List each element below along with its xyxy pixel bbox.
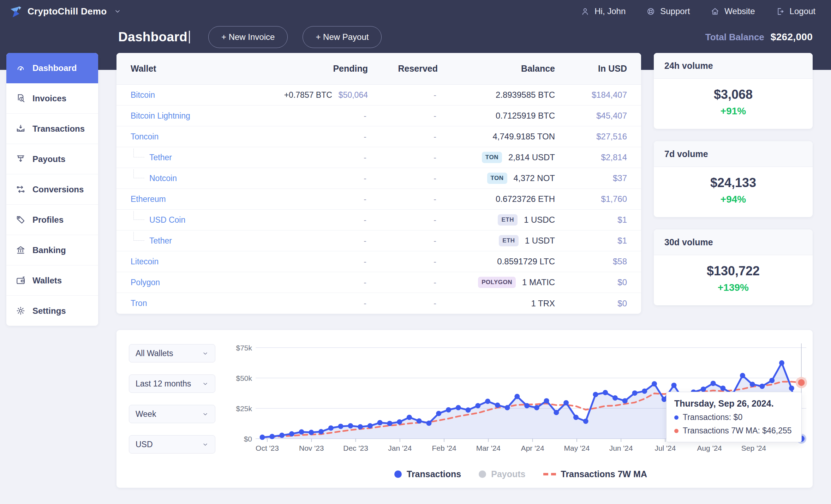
top-nav-item[interactable]: Support	[646, 6, 690, 16]
wallet-link[interactable]: Tether	[149, 236, 172, 246]
svg-text:$50k: $50k	[236, 374, 252, 382]
balance-cell: ETH 1 USDT	[438, 235, 555, 246]
usd-cell: $45,407	[555, 111, 627, 121]
svg-text:$75k: $75k	[236, 344, 252, 352]
cryptochill-logo-icon	[8, 4, 23, 19]
table-row: Bitcoin Lightning - - 0.7125919 BTC $45,…	[116, 106, 641, 126]
new-action-button[interactable]: + New Payout	[303, 26, 382, 48]
balance-value: 1 USDT	[525, 236, 555, 246]
brand-switcher[interactable]: CryptoChill Demo	[8, 4, 121, 19]
wallet-link[interactable]: Notcoin	[149, 174, 177, 183]
pending-cell: +0.7857 BTC $50,064	[251, 90, 368, 100]
wallet-link[interactable]: USD Coin	[149, 215, 185, 225]
chart-filter-select[interactable]: USD	[129, 435, 215, 454]
chevron-down-icon	[202, 441, 209, 448]
sidebar-item[interactable]: Payouts	[6, 144, 98, 174]
sidebar-item[interactable]: Profiles	[6, 205, 98, 235]
chain-badge: ETH	[498, 214, 518, 226]
chevron-down-icon	[202, 350, 209, 357]
usd-value: $184,407	[592, 90, 627, 100]
wallet-link[interactable]: Tether	[149, 153, 172, 162]
reserved-cell: -	[368, 278, 438, 287]
svg-text:Oct '23: Oct '23	[256, 444, 279, 452]
sidebar-item-icon	[16, 184, 26, 194]
chart-filter-select[interactable]: All Wallets	[129, 344, 215, 362]
sidebar-item[interactable]: Banking	[6, 235, 98, 265]
reserved-empty-dash: -	[434, 111, 438, 121]
balance-cell: 4,749.9185 TON	[438, 132, 555, 142]
usd-value: $1,760	[601, 194, 627, 204]
sidebar-item[interactable]: Transactions	[6, 114, 98, 144]
reserved-cell: -	[368, 299, 438, 308]
top-nav-item[interactable]: Hi, John	[580, 6, 626, 16]
table-row: Tether - - ETH 1 USDT $1	[116, 230, 641, 251]
usd-cell: $1,760	[555, 194, 627, 204]
tree-connector	[133, 232, 144, 241]
wallet-link[interactable]: Bitcoin	[131, 90, 155, 100]
reserved-empty-dash: -	[434, 153, 438, 162]
balance-cell: 2.8939585 BTC	[438, 90, 555, 100]
sidebar-item[interactable]: Settings	[6, 296, 98, 326]
tree-connector	[133, 211, 144, 220]
nav-icon	[580, 7, 590, 16]
volume-change-badge: +91%	[654, 106, 813, 117]
usd-value: $1	[617, 215, 627, 225]
sidebar-item[interactable]: Conversions	[6, 174, 98, 205]
sidebar-item[interactable]: Dashboard	[6, 53, 98, 83]
table-row: Litecoin - - 0.8591729 LTC $58	[116, 251, 641, 272]
reserved-empty-dash: -	[434, 236, 438, 246]
usd-cell: $0	[555, 299, 627, 308]
table-row: Bitcoin +0.7857 BTC $50,064 - 2.8939585 …	[116, 85, 641, 106]
svg-text:Jan '24: Jan '24	[388, 444, 412, 452]
col-pending: Pending	[251, 64, 368, 74]
sidebar-item[interactable]: Invoices	[6, 83, 98, 114]
pending-cell: -	[251, 153, 368, 162]
page-header-row: Dashboard + New Invoice + New Payout Tot…	[118, 25, 813, 49]
chart-filter-select[interactable]: Last 12 months	[129, 374, 215, 393]
sidebar-item-label: Transactions	[32, 124, 85, 134]
balance-value: 4,372 NOT	[514, 173, 555, 183]
wallet-link[interactable]: Litecoin	[131, 257, 159, 266]
reserved-empty-dash: -	[434, 174, 438, 183]
top-nav-item[interactable]: Website	[710, 6, 755, 16]
chain-badge: ETH	[499, 235, 519, 246]
nav-label: Website	[724, 6, 755, 16]
svg-text:Nov '23: Nov '23	[299, 444, 324, 452]
volume-cards-column: 24h volume $3,068 +91% 7d volume $24,133…	[654, 53, 813, 305]
usd-value: $0	[617, 277, 627, 287]
top-nav-item[interactable]: Logout	[776, 6, 815, 16]
wallet-link[interactable]: Toncoin	[131, 132, 159, 142]
volume-value: $3,068	[654, 87, 813, 102]
svg-text:$25k: $25k	[236, 404, 252, 413]
reserved-cell: -	[368, 236, 438, 246]
wallet-link[interactable]: Polygon	[131, 278, 160, 287]
wallet-link[interactable]: Tron	[131, 299, 147, 308]
svg-text:Aug '24: Aug '24	[697, 444, 722, 452]
tree-connector	[133, 149, 144, 157]
volume-card-title: 7d volume	[654, 141, 813, 167]
legend-swatch	[543, 473, 556, 475]
table-row: Toncoin - - 4,749.9185 TON $27,516	[116, 126, 641, 147]
tooltip-series-text: Transactions 7W MA: $46,255	[683, 426, 792, 436]
legend-item[interactable]: Transactions	[394, 469, 461, 479]
wallet-link[interactable]: Ethereum	[131, 194, 166, 204]
reserved-cell: -	[368, 194, 438, 204]
tooltip-date: Thursday, Sep 26, 2024.	[674, 398, 794, 409]
legend-item[interactable]: Transactions 7W MA	[543, 469, 647, 479]
svg-text:Jul '24: Jul '24	[654, 444, 676, 452]
usd-value: $27,516	[596, 132, 627, 142]
transactions-chart-card: All Wallets Last 12 months Week USD	[116, 330, 813, 488]
col-reserved: Reserved	[368, 64, 438, 74]
sidebar-item-icon	[16, 154, 26, 164]
svg-text:$0: $0	[244, 435, 252, 443]
volume-value: $24,133	[654, 175, 813, 190]
new-action-button[interactable]: + New Invoice	[208, 26, 288, 48]
chart-filter-select[interactable]: Week	[129, 405, 215, 423]
reserved-empty-dash: -	[434, 194, 438, 204]
reserved-empty-dash: -	[434, 215, 438, 225]
sidebar-item[interactable]: Wallets	[6, 265, 98, 296]
wallet-link[interactable]: Bitcoin Lightning	[131, 111, 190, 121]
legend-item[interactable]: Payouts	[479, 469, 525, 479]
pending-amount: +0.7857 BTC	[284, 90, 332, 100]
balance-cell: TON 4,372 NOT	[438, 173, 555, 184]
